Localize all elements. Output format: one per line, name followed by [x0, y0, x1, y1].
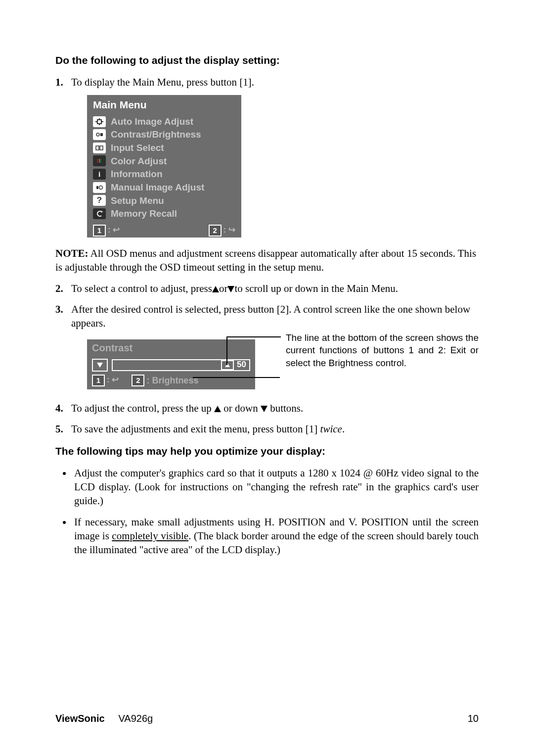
annotation-text: The line at the bottom of the screen sho…	[286, 332, 479, 368]
step-1: To display the Main Menu, press button […	[55, 75, 479, 237]
decrease-button	[92, 359, 108, 372]
step-4-a: To adjust the control, press the up	[71, 402, 214, 414]
step-5-twice: twice	[320, 423, 342, 435]
osd-item-manual-image-adjust: Manual Image Adjust	[87, 181, 241, 194]
osd-item-label: Color Adjust	[111, 155, 167, 168]
osd-item-label: Information	[111, 168, 163, 181]
svg-rect-8	[100, 146, 103, 150]
tip-2: If necessary, make small adjustments usi…	[72, 515, 479, 557]
key-1: 1	[93, 225, 106, 236]
osd-contrast-panel: Contrast 50 1: ↩ 2: Brightness	[87, 339, 255, 389]
section-heading: Do the following to adjust the display s…	[55, 54, 479, 66]
osd-item-setup-menu: ? Setup Menu	[87, 194, 241, 208]
key-2: 2	[209, 225, 222, 236]
brightness-icon	[93, 129, 106, 140]
osd-main-menu: Main Menu Auto Image Adjust Contrast/Bri…	[87, 95, 241, 237]
step-2-a: To select a control to adjust, press	[71, 283, 212, 294]
osd-item-contrast-brightness: Contrast/Brightness	[87, 128, 241, 142]
note-label: NOTE:	[55, 247, 89, 259]
osd-item-label: Auto Image Adjust	[111, 115, 193, 128]
manual-adjust-icon	[93, 182, 106, 193]
step-3: After the desired control is selected, p…	[55, 302, 479, 394]
step-2-c: to scroll up or down in the Main Menu.	[234, 283, 398, 294]
tip-1: Adjust the computer's graphics card so t…	[72, 466, 479, 508]
osd-item-memory-recall: Memory Recall	[87, 207, 241, 221]
contrast-value: 50	[237, 359, 246, 371]
recall-icon	[93, 208, 106, 219]
info-icon: i	[93, 169, 106, 180]
page-footer: ViewSonic VA926g 10	[55, 713, 479, 724]
step-4-b: or down	[221, 402, 261, 414]
osd-item-label: Memory Recall	[111, 207, 177, 220]
svg-marker-14	[101, 211, 103, 213]
brightness-label: : Brightness	[146, 375, 198, 386]
step-5: To save the adjustments and exit the men…	[55, 422, 479, 436]
input-icon	[93, 142, 106, 153]
step-2-b: or	[219, 283, 228, 294]
footer-model: VA926g	[118, 713, 153, 724]
connector-line-icon	[193, 377, 280, 378]
osd-item-label: Contrast/Brightness	[111, 128, 201, 141]
svg-rect-10	[99, 159, 100, 163]
triangle-up-icon	[212, 286, 219, 292]
osd-item-input-select: Input Select	[87, 142, 241, 155]
osd-item-auto-image-adjust: Auto Image Adjust	[87, 115, 241, 129]
step-5-c: .	[342, 423, 345, 435]
step-1-text: To display the Main Menu, press button […	[71, 76, 254, 88]
question-icon: ?	[93, 195, 106, 206]
svg-rect-12	[96, 186, 98, 189]
osd-item-color-adjust: Color Adjust	[87, 155, 241, 168]
svg-rect-0	[97, 120, 101, 124]
triangle-up-icon	[214, 406, 221, 412]
step-2: To select a control to adjust, pressorto…	[55, 282, 479, 295]
osd-item-label: Input Select	[111, 142, 164, 154]
osd-footer: 1: ↩ 2: ↪	[87, 223, 241, 237]
tip-2-underline: completely visible	[112, 530, 188, 542]
exit-icon: : ↩	[107, 375, 119, 386]
step-4-c: buttons.	[267, 402, 303, 414]
enter-icon: : ↪	[223, 225, 235, 236]
svg-rect-7	[96, 146, 99, 150]
note-text: All OSD menus and adjustment screens dis…	[55, 247, 476, 273]
step-5-a: To save the adjustments and exit the men…	[71, 423, 320, 435]
osd-item-information: i Information	[87, 168, 241, 181]
osd-item-label: Manual Image Adjust	[111, 181, 204, 194]
contrast-title: Contrast	[87, 339, 255, 359]
footer-page-number: 10	[468, 713, 479, 724]
svg-point-13	[99, 186, 103, 189]
osd-title: Main Menu	[87, 95, 241, 115]
triangle-down-icon	[261, 406, 267, 412]
osd-item-label: Setup Menu	[111, 194, 164, 207]
connector-line-icon	[226, 336, 281, 337]
svg-rect-11	[101, 159, 102, 163]
step-4: To adjust the control, press the up or d…	[55, 401, 479, 415]
step-3-text: After the desired control is selected, p…	[71, 303, 470, 329]
tips-heading: The following tips may help you optimize…	[55, 445, 479, 457]
value-bar: 50	[112, 359, 250, 371]
color-icon	[93, 155, 106, 166]
increase-indicator-icon	[221, 360, 234, 370]
note-block: NOTE: All OSD menus and adjustment scree…	[55, 246, 479, 275]
svg-rect-9	[97, 159, 98, 163]
triangle-down-icon	[227, 286, 234, 292]
svg-rect-6	[100, 133, 103, 136]
svg-point-5	[96, 133, 99, 136]
target-icon	[93, 116, 106, 127]
footer-brand: ViewSonic	[55, 713, 105, 724]
key-2: 2	[132, 375, 144, 386]
key-1: 1	[92, 375, 105, 386]
annotation: The line at the bottom of the screen sho…	[255, 331, 479, 370]
exit-icon: : ↩	[108, 225, 120, 236]
